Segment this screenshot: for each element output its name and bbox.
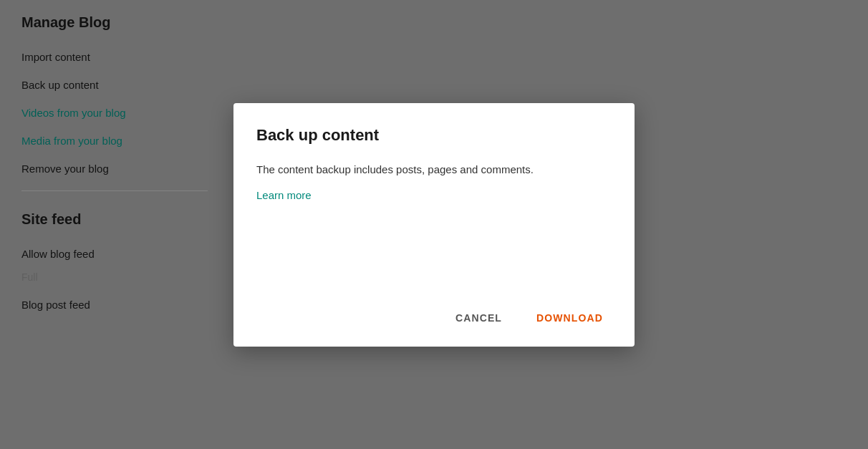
modal-dialog: Back up content The content backup inclu… <box>233 103 635 347</box>
modal-overlay: Back up content The content backup inclu… <box>0 0 868 449</box>
download-button[interactable]: DOWNLOAD <box>528 306 612 329</box>
modal-footer: CANCEL DOWNLOAD <box>256 306 612 329</box>
modal-body-text: The content backup includes posts, pages… <box>256 162 612 178</box>
learn-more-link[interactable]: Learn more <box>256 189 612 201</box>
cancel-button[interactable]: CANCEL <box>447 306 511 329</box>
modal-title: Back up content <box>256 126 612 145</box>
